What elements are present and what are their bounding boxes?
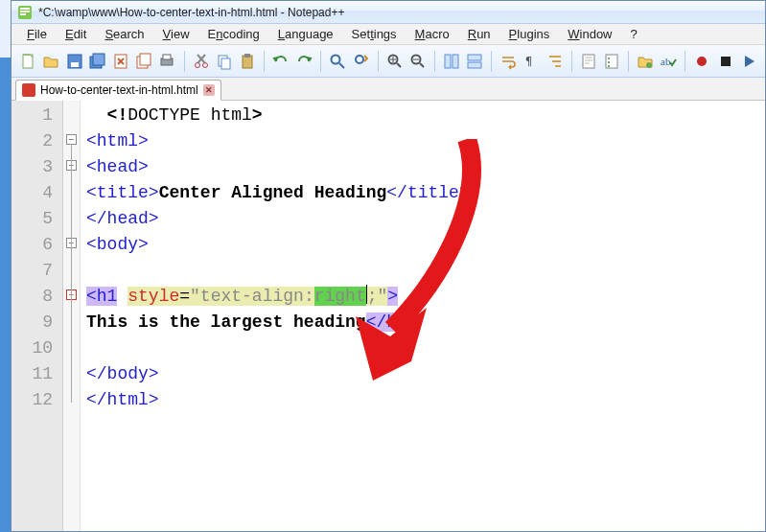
toolbar-sync-v-icon[interactable] [441, 49, 462, 73]
toolbar-find-icon[interactable] [327, 49, 348, 73]
svg-rect-3 [20, 13, 26, 15]
svg-point-47 [608, 58, 610, 59]
toolbar-record-icon[interactable] [691, 49, 712, 73]
toolbar-separator [685, 51, 685, 72]
svg-rect-8 [93, 54, 104, 65]
toolbar-copy-icon[interactable] [214, 49, 235, 73]
file-modified-icon [22, 83, 35, 97]
toolbar-new-file-icon[interactable] [17, 49, 38, 73]
tab-close-icon[interactable]: ✕ [203, 84, 215, 96]
svg-line-25 [339, 63, 344, 68]
svg-text:ab: ab [661, 56, 671, 67]
toolbar-separator [378, 51, 379, 72]
app-icon [17, 5, 33, 20]
toolbar-print-icon[interactable] [156, 49, 177, 73]
svg-rect-53 [721, 57, 731, 66]
menu-encoding[interactable]: Encoding [200, 25, 267, 43]
svg-point-24 [332, 55, 340, 63]
line-number: 5 [12, 206, 62, 232]
code-line[interactable]: <html> [86, 128, 765, 154]
menu-edit[interactable]: Edit [58, 25, 94, 43]
svg-rect-36 [468, 55, 481, 60]
file-tab[interactable]: How-to-center-text-in-html.html ✕ [15, 80, 221, 101]
svg-rect-6 [71, 62, 79, 67]
menu-language[interactable]: Language [270, 25, 341, 43]
code-line[interactable]: This is the largest heading</h1> [86, 310, 765, 335]
title-bar[interactable]: *C:\wamp\www\How-to-center-text-in-html.… [12, 1, 765, 24]
toolbar-close-all-icon[interactable] [133, 49, 154, 73]
toolbar-separator [320, 51, 321, 72]
menu-window[interactable]: Window [560, 25, 619, 43]
toolbar-cut-icon[interactable] [190, 49, 211, 73]
toolbar-close-icon[interactable] [110, 49, 131, 73]
toolbar-redo-icon[interactable] [293, 49, 314, 73]
menu-plugins[interactable]: Plugins [501, 25, 558, 43]
menu-settings[interactable]: Settings [344, 25, 405, 43]
code-line[interactable]: </body> [86, 361, 765, 387]
notepadpp-window: *C:\wamp\www\How-to-center-text-in-html.… [11, 0, 766, 532]
window-title: *C:\wamp\www\How-to-center-text-in-html.… [38, 6, 344, 19]
toolbar-separator [434, 51, 435, 72]
toolbar-stop-icon[interactable] [715, 49, 736, 73]
line-number: 6 [12, 232, 62, 258]
code-line[interactable]: <body> [86, 232, 765, 258]
svg-rect-2 [20, 11, 30, 12]
toolbar: ¶ab [12, 45, 765, 78]
menu-search[interactable]: Search [97, 25, 151, 43]
line-number: 7 [12, 258, 62, 284]
toolbar-paste-icon[interactable] [237, 49, 258, 73]
toolbar-function-list-icon[interactable] [601, 49, 622, 73]
toolbar-folder-icon[interactable] [635, 49, 656, 73]
code-line[interactable]: <head> [86, 154, 765, 180]
toolbar-sync-h-icon[interactable] [464, 49, 485, 73]
code-line[interactable]: <!DOCTYPE html> [86, 103, 765, 128]
line-number: 12 [12, 387, 62, 413]
line-number: 1 [12, 103, 62, 128]
code-line[interactable]: <h1 style="text-align:right;"> [86, 284, 765, 310]
menu-bar: FileEditSearchViewEncodingLanguageSettin… [12, 24, 765, 45]
menu-view[interactable]: View [155, 25, 197, 43]
toolbar-replace-icon[interactable] [350, 49, 371, 73]
toolbar-separator [491, 51, 492, 72]
svg-rect-21 [221, 58, 230, 69]
svg-rect-34 [445, 55, 451, 68]
svg-rect-15 [163, 55, 171, 59]
toolbar-save-icon[interactable] [63, 49, 84, 73]
toolbar-save-all-icon[interactable] [87, 49, 108, 73]
code-line[interactable]: </head> [86, 206, 765, 232]
toolbar-doc-map-icon[interactable] [578, 49, 599, 73]
toolbar-play-icon[interactable] [738, 49, 759, 73]
toolbar-all-chars-icon[interactable]: ¶ [521, 49, 542, 73]
line-number-gutter: 123456789101112 [12, 101, 63, 531]
svg-rect-1 [20, 8, 30, 10]
code-area[interactable]: <!DOCTYPE html><html><head><title>Center… [81, 101, 765, 531]
line-number: 9 [12, 310, 62, 335]
svg-point-49 [608, 65, 610, 67]
menu-help[interactable]: ? [623, 25, 645, 43]
code-line[interactable] [86, 258, 765, 284]
toolbar-separator [184, 51, 185, 72]
line-number: 4 [12, 180, 62, 206]
svg-line-28 [397, 63, 401, 67]
menu-file[interactable]: File [19, 25, 55, 43]
toolbar-undo-icon[interactable] [270, 49, 291, 73]
menu-run[interactable]: Run [460, 25, 499, 43]
menu-macro[interactable]: Macro [407, 25, 457, 43]
file-tab-bar: How-to-center-text-in-html.html ✕ [12, 78, 765, 101]
toolbar-indent-guide-icon[interactable] [545, 49, 566, 73]
code-line[interactable]: <title>Center Aligned Heading</title> [86, 180, 765, 206]
toolbar-zoom-out-icon[interactable] [407, 49, 429, 73]
toolbar-zoom-in-icon[interactable] [384, 49, 406, 73]
code-line[interactable] [86, 335, 765, 361]
svg-point-16 [195, 62, 199, 67]
toolbar-separator [571, 51, 572, 72]
svg-line-32 [420, 63, 424, 67]
toolbar-separator [628, 51, 629, 72]
code-line[interactable]: </html> [86, 387, 765, 413]
fold-column: −−−− [63, 101, 81, 531]
toolbar-spell-icon[interactable]: ab [658, 49, 679, 73]
toolbar-wrap-icon[interactable] [498, 49, 519, 73]
svg-text:¶: ¶ [525, 55, 532, 68]
svg-rect-42 [583, 55, 594, 68]
toolbar-open-file-icon[interactable] [40, 49, 61, 73]
